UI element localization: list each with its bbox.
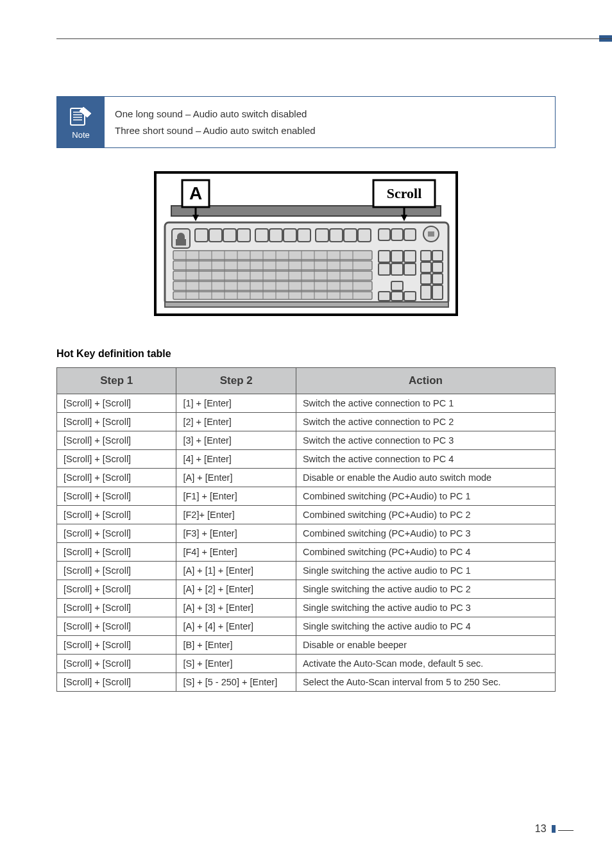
- note-line-2: Three short sound – Audio auto switch en…: [115, 122, 316, 139]
- cell-step2: [A] + [1] + [Enter]: [176, 562, 296, 580]
- svg-rect-64: [421, 262, 431, 272]
- cell-step2: [A] + [Enter]: [176, 469, 296, 487]
- cell-step1: [Scroll] + [Scroll]: [57, 599, 176, 617]
- svg-rect-57: [404, 263, 416, 275]
- svg-rect-54: [404, 251, 416, 262]
- cell-step1: [Scroll] + [Scroll]: [57, 524, 176, 543]
- svg-rect-21: [269, 229, 282, 242]
- svg-rect-56: [391, 263, 403, 275]
- svg-rect-25: [330, 229, 343, 242]
- svg-rect-14: [165, 302, 448, 307]
- table-row: [Scroll] + [Scroll][A] + [1] + [Enter]Si…: [57, 562, 556, 580]
- cell-action: Single switching the active audio to PC …: [296, 599, 555, 617]
- keyboard-illustration: A Scroll: [136, 167, 476, 321]
- cell-step2: [A] + [4] + [Enter]: [176, 617, 296, 636]
- hotkey-heading: Hot Key definition table: [56, 348, 556, 360]
- svg-rect-32: [428, 231, 434, 237]
- cell-action: Select the Auto-Scan interval from 5 to …: [296, 673, 555, 692]
- cell-action: Switch the active connection to PC 1: [296, 394, 555, 413]
- svg-rect-16: [195, 229, 208, 242]
- svg-rect-17: [209, 229, 222, 242]
- svg-rect-30: [404, 229, 416, 240]
- table-row: [Scroll] + [Scroll][S] + [Enter]Activate…: [57, 655, 556, 673]
- cell-action: Combined switching (PC+Audio) to PC 4: [296, 543, 555, 562]
- key-scroll-label: Scroll: [387, 185, 422, 201]
- note-callout: Note One long sound – Audio auto switch …: [56, 96, 556, 148]
- svg-rect-19: [237, 229, 250, 242]
- cell-step2: [B] + [Enter]: [176, 636, 296, 655]
- keyboard-figure: A Scroll: [56, 167, 556, 324]
- cell-action: Switch the active connection to PC 2: [296, 413, 555, 431]
- svg-rect-65: [432, 262, 443, 272]
- cell-step2: [F4] + [Enter]: [176, 543, 296, 562]
- cell-step1: [Scroll] + [Scroll]: [57, 413, 176, 431]
- fkey-row: [195, 229, 371, 242]
- table-row: [Scroll] + [Scroll][S] + [5 - 250] + [En…: [57, 673, 556, 692]
- page-content: Note One long sound – Audio auto switch …: [0, 0, 612, 692]
- cell-action: Single switching the active audio to PC …: [296, 562, 555, 580]
- cell-step1: [Scroll] + [Scroll]: [57, 469, 176, 487]
- svg-rect-63: [432, 251, 443, 261]
- table-row: [Scroll] + [Scroll][A] + [4] + [Enter]Si…: [57, 617, 556, 636]
- page-bottom-rule: [558, 830, 574, 831]
- cell-action: Single switching the active audio to PC …: [296, 580, 555, 599]
- svg-rect-36: [173, 281, 372, 290]
- page-number: 13: [535, 823, 556, 835]
- cell-step1: [Scroll] + [Scroll]: [57, 673, 176, 692]
- svg-rect-67: [432, 274, 443, 284]
- svg-marker-9: [192, 215, 199, 221]
- table-row: [Scroll] + [Scroll][B] + [Enter]Disable …: [57, 636, 556, 655]
- svg-rect-20: [255, 229, 268, 242]
- svg-rect-53: [391, 251, 403, 262]
- key-a-label: A: [189, 183, 202, 203]
- table-row: [Scroll] + [Scroll][F2]+ [Enter]Combined…: [57, 506, 556, 524]
- cell-action: Switch the active connection to PC 3: [296, 431, 555, 450]
- svg-rect-24: [316, 229, 328, 242]
- cell-step1: [Scroll] + [Scroll]: [57, 543, 176, 562]
- svg-rect-69: [432, 285, 443, 299]
- svg-rect-55: [378, 263, 390, 275]
- table-row: [Scroll] + [Scroll][F4] + [Enter]Combine…: [57, 543, 556, 562]
- cell-step1: [Scroll] + [Scroll]: [57, 431, 176, 450]
- hotkey-table: Step 1 Step 2 Action [Scroll] + [Scroll]…: [56, 367, 556, 692]
- cell-step2: [3] + [Enter]: [176, 431, 296, 450]
- page-number-value: 13: [535, 823, 547, 834]
- cell-action: Combined switching (PC+Audio) to PC 1: [296, 487, 555, 506]
- svg-rect-59: [378, 292, 390, 301]
- table-row: [Scroll] + [Scroll][A] + [Enter]Disable …: [57, 469, 556, 487]
- svg-rect-66: [421, 274, 431, 284]
- cell-step2: [A] + [3] + [Enter]: [176, 599, 296, 617]
- th-step1: Step 1: [57, 368, 176, 394]
- cell-step1: [Scroll] + [Scroll]: [57, 506, 176, 524]
- cell-step2: [2] + [Enter]: [176, 413, 296, 431]
- svg-rect-58: [391, 281, 403, 290]
- svg-rect-22: [284, 229, 296, 242]
- cell-step2: [S] + [5 - 250] + [Enter]: [176, 673, 296, 692]
- cell-step1: [Scroll] + [Scroll]: [57, 562, 176, 580]
- svg-rect-34: [173, 261, 372, 270]
- svg-marker-12: [401, 215, 407, 221]
- page-accent-icon: [552, 825, 556, 833]
- cell-step2: [S] + [Enter]: [176, 655, 296, 673]
- table-row: [Scroll] + [Scroll][1] + [Enter]Switch t…: [57, 394, 556, 413]
- table-row: [Scroll] + [Scroll][A] + [3] + [Enter]Si…: [57, 599, 556, 617]
- cell-action: Combined switching (PC+Audio) to PC 2: [296, 506, 555, 524]
- svg-rect-26: [344, 229, 357, 242]
- svg-rect-18: [223, 229, 236, 242]
- svg-rect-61: [404, 292, 416, 301]
- table-row: [Scroll] + [Scroll][A] + [2] + [Enter]Si…: [57, 580, 556, 599]
- cell-step1: [Scroll] + [Scroll]: [57, 394, 176, 413]
- svg-rect-27: [358, 229, 371, 242]
- cell-action: Single switching the active audio to PC …: [296, 617, 555, 636]
- note-label: Note: [72, 130, 89, 140]
- note-sidebar: Note: [57, 97, 105, 147]
- svg-rect-33: [173, 251, 372, 260]
- cell-step2: [F2]+ [Enter]: [176, 506, 296, 524]
- svg-rect-68: [421, 285, 431, 299]
- note-icon: [68, 104, 94, 128]
- cell-step2: [A] + [2] + [Enter]: [176, 580, 296, 599]
- page-top-rule: [56, 38, 612, 39]
- cell-action: Activate the Auto-Scan mode, default 5 s…: [296, 655, 555, 673]
- cell-step2: [F3] + [Enter]: [176, 524, 296, 543]
- svg-rect-52: [378, 251, 390, 262]
